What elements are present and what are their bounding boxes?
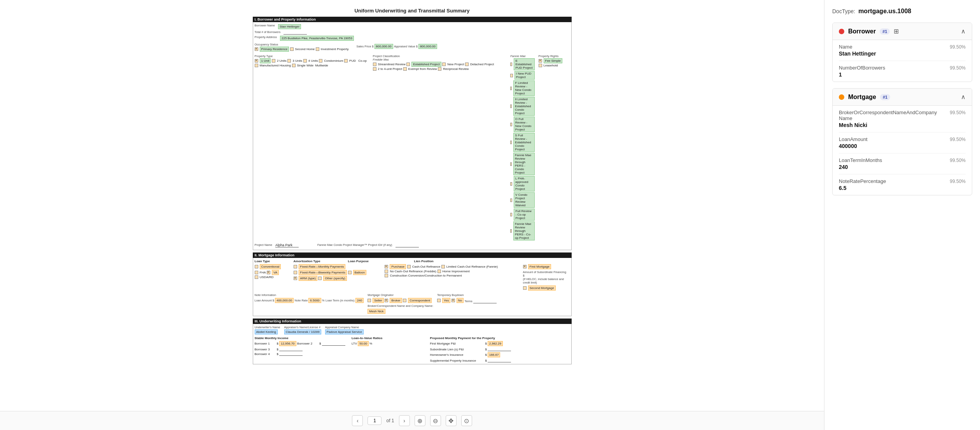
of-text: of	[386, 418, 390, 423]
fm-1: E Established PUD Project	[510, 58, 534, 71]
page-number-input[interactable]	[368, 416, 382, 425]
prev-page-button[interactable]: ‹	[352, 415, 363, 426]
origcb2	[385, 299, 388, 302]
atcb2	[294, 271, 297, 274]
prop-type-1unit-cb	[255, 59, 258, 63]
atl3: Balloon	[353, 270, 367, 275]
buydown-no-item: No	[452, 298, 464, 303]
ltv-symbol: %	[369, 342, 372, 345]
lt-usda: USDA/RD	[255, 275, 274, 279]
borrower-name-field-value: Stan Hettinger	[839, 50, 876, 57]
pcl3: New Project	[447, 63, 464, 66]
payment-row-4: Supplemental Property Insurance $	[430, 359, 511, 362]
lpcb2	[407, 265, 411, 268]
borrower-chevron-icon[interactable]: ∧	[961, 28, 966, 35]
property-address-row: Property Address 225 Bustleton Pike, Fea…	[255, 35, 570, 41]
income-row-1: Borrower 1 $ 12,956.70	[255, 341, 296, 346]
inc-val-4	[279, 352, 303, 356]
origl3: Correspondent	[408, 298, 432, 303]
prop-type-condo: Condominium	[319, 59, 343, 63]
l5: Condominium	[324, 59, 343, 63]
document-panel: Uniform Underwriting and Transmittal Sum…	[0, 0, 824, 430]
mortgage-chevron-icon[interactable]: ∧	[961, 93, 966, 101]
total-pages: 1	[392, 418, 394, 423]
section-1: I. Borrower and Property Information Bor…	[253, 17, 572, 250]
primary-residence-label: Primary Residence	[260, 47, 289, 52]
loan-amount-label: Loan Amount $	[255, 299, 274, 302]
at-5: Other (specify)	[318, 275, 346, 281]
num-borrowers-field-col: NumberOfBorrowers 1	[839, 65, 885, 78]
pcl5: 2 to 4-unit Project	[378, 67, 402, 71]
borrower-name-field-col: Name Stan Hettinger	[839, 44, 876, 57]
lp-5: Home Improvement	[438, 270, 470, 273]
pan-icon: ✥	[448, 417, 453, 425]
underwriter-label: Underwriter's Name	[255, 326, 280, 329]
prop-type-4unit: 4 Units	[303, 59, 318, 63]
inc-label-4: Borrower 4	[255, 352, 276, 356]
ltv-col: Loan-to-Value Ratios LTV 50.00 %	[352, 336, 426, 362]
zoom-out-button[interactable]: ⊖	[430, 415, 441, 426]
lienl2: Second Mortgage	[528, 286, 556, 291]
borrower-grid-icon[interactable]: ⊞	[894, 28, 899, 35]
note-info-label: Note Information	[255, 293, 364, 297]
pan-button[interactable]: ✥	[446, 415, 457, 426]
loan-purpose-col: Purchase Cash-Out Refinance Limited Cash…	[385, 264, 519, 291]
document-content: Uniform Underwriting and Transmittal Sum…	[0, 0, 824, 411]
borrower-name-confidence: 99.50%	[950, 44, 966, 50]
note-originator-row: Note Information Loan Amount $ 400,000.0…	[255, 293, 570, 314]
pc-7: Reciprocal Review	[438, 67, 469, 71]
note-rate-row: Note Rate 6.5000 %	[295, 298, 325, 303]
mortgage-title: Mortgage	[848, 94, 876, 101]
loan-amount-value: 400,000.00	[275, 298, 294, 303]
at-1: Fixed-Rate—Monthly Payments	[294, 264, 346, 270]
proposed-payment-col: Proposed Monthly Payment for the Propert…	[430, 336, 569, 362]
mortgage-header-left: Mortgage #1	[839, 94, 890, 101]
prop-type-mfh: Manufactured Housing	[255, 64, 291, 67]
atl2: Fixed-Rate—Biweekly Payments	[299, 270, 347, 275]
temp-buydown-label: Temporary Buydown	[437, 293, 497, 297]
loan-amount-field-label: LoanAmount	[839, 136, 868, 142]
borrower-name-field-row: Name Stan Hettinger 99.50%	[839, 40, 966, 61]
inc-val-3	[279, 347, 303, 351]
zoom-in-button[interactable]: ⊕	[415, 415, 425, 426]
borrower-badge: #1	[880, 28, 890, 35]
inc-val-2	[322, 342, 345, 346]
prev-page-icon: ‹	[357, 418, 359, 424]
fm-6: S Full Review - Established Condo Projec…	[510, 132, 534, 152]
pay-val-2	[488, 347, 511, 351]
mortgage-headers: Loan Type Amortization Type Loan Purpose…	[255, 259, 570, 263]
primary-residence-checkbox	[255, 47, 258, 51]
borrower-dot	[839, 29, 844, 34]
mortgage-originator-label: Mortgage Originator	[368, 293, 433, 297]
pccb6	[403, 67, 407, 71]
next-page-button[interactable]: ›	[399, 415, 410, 426]
appraisal-company-value: Padove Appraisal Service	[325, 329, 364, 334]
l7: Manufactured Housing	[260, 64, 291, 67]
fm-3: F Limited Review - New Condo Project	[510, 80, 534, 96]
cb4	[303, 59, 307, 63]
atl5: Other (specify)	[323, 276, 346, 281]
fml7: Fannie Mae Review through PERS - Condo P…	[513, 153, 535, 175]
sales-price-row: Sales Price $ 800,000.00	[356, 44, 393, 49]
fit-button[interactable]: ⊙	[461, 415, 472, 426]
note-rate-confidence: 99.50%	[950, 179, 966, 184]
borrower-entity-header[interactable]: Borrower #1 ⊞ ∧	[833, 23, 972, 40]
mortgage-entity-header[interactable]: Mortgage #1 ∧	[833, 89, 972, 106]
lp-3: Limited Cash-Out Refinance (Fannie)	[441, 265, 498, 268]
pccb5	[373, 67, 376, 71]
second-home-label: Second Home	[295, 47, 315, 51]
fml8: L FHA-approved Condo Project	[514, 176, 535, 191]
at-3: Balloon	[348, 270, 367, 275]
appraiser-value: Claudia Denesik / 10289	[284, 329, 321, 334]
property-rights-label: Property Rights	[539, 54, 570, 58]
fm-4: II Limited Review - Established Condo Pr…	[510, 96, 534, 116]
right-panel: DocType: mortgage.us.1008 Borrower #1 ⊞ …	[824, 0, 980, 430]
borrower-title: Borrower	[848, 28, 876, 35]
fm-8: L FHA-approved Condo Project	[510, 176, 534, 192]
total-borrowers-label: Total # of Borrowers	[255, 30, 281, 34]
bdcb2	[452, 299, 455, 302]
pccb1	[373, 63, 376, 66]
lp-2: Cash-Out Refinance	[407, 265, 440, 268]
lpcb5	[438, 270, 441, 273]
buydown-terms-label: Terms	[464, 299, 472, 303]
